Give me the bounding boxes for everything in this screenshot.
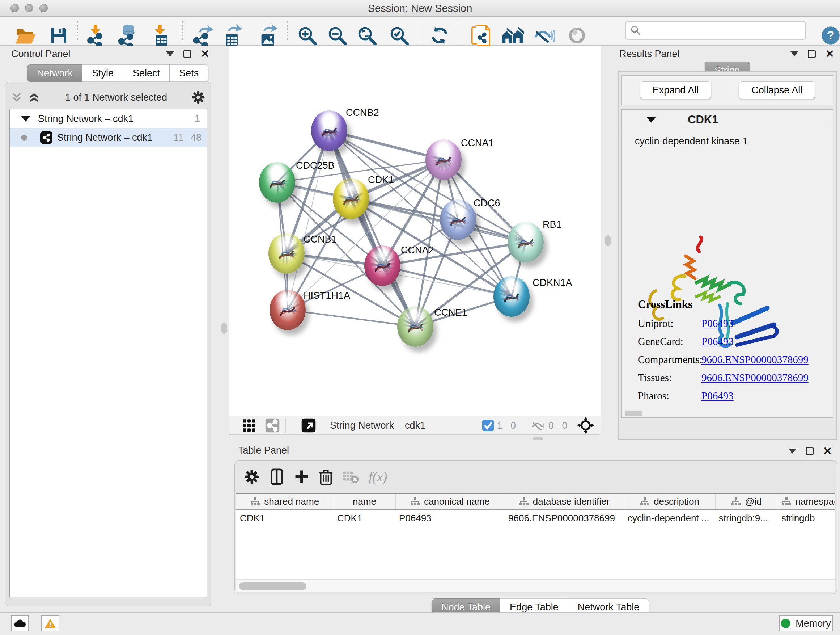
tab-style[interactable]: Style	[82, 65, 123, 82]
import-network-icon	[85, 24, 107, 47]
export-table-button[interactable]	[220, 23, 245, 48]
gear-icon[interactable]	[191, 90, 205, 104]
cdk1-section-header[interactable]: CDK1	[622, 110, 833, 130]
network-node-cdc6[interactable]	[440, 200, 476, 240]
apply-layout-button[interactable]	[427, 23, 452, 48]
memory-button[interactable]: Memory	[779, 616, 833, 631]
panel-float-icon[interactable]	[806, 447, 813, 455]
network-node-ccnb1[interactable]	[268, 233, 305, 274]
network-row[interactable]: String Network – cdk1 11 48	[10, 128, 207, 147]
network-edge[interactable]	[287, 310, 415, 326]
crosslink-link[interactable]: P06493	[701, 318, 734, 329]
export-image-button[interactable]	[256, 23, 280, 48]
export-network-button[interactable]	[190, 23, 215, 48]
tab-select[interactable]: Select	[123, 65, 170, 82]
expand-all-icon[interactable]	[28, 92, 41, 103]
column-header[interactable]: canonical name	[395, 494, 505, 510]
network-node-ccnb2[interactable]	[311, 111, 347, 151]
open-session-button[interactable]	[13, 23, 38, 48]
show-hide-glass-button[interactable]	[532, 23, 557, 48]
table-hscroll-thumb[interactable]	[239, 582, 306, 590]
collapse-all-icon[interactable]	[11, 92, 24, 103]
network-view-icon[interactable]	[265, 418, 280, 433]
network-canvas[interactable]: CCNB2 CCNA1 CDC25B	[229, 46, 601, 416]
splitter-handle[interactable]	[605, 235, 611, 246]
table-cell[interactable]: stringdb	[778, 510, 835, 526]
detach-view-icon[interactable]	[301, 418, 316, 433]
section-collapse-icon[interactable]	[646, 117, 656, 123]
network-node-rb1[interactable]	[508, 222, 544, 263]
panel-close-icon[interactable]: ✕	[201, 50, 210, 58]
panel-float-icon[interactable]	[808, 50, 816, 58]
crosslink-row: Compartments:9606.ENSP00000378699	[638, 354, 826, 366]
save-session-button[interactable]	[46, 23, 71, 48]
network-edge[interactable]	[287, 131, 329, 310]
import-network-file-button[interactable]	[84, 23, 108, 48]
panel-close-icon[interactable]: ✕	[825, 50, 834, 58]
network-node-hist1h1a[interactable]	[270, 290, 306, 330]
table-cell[interactable]: CDK1	[333, 510, 395, 526]
help-button[interactable]: ?	[818, 23, 840, 48]
table-cell[interactable]: P06493	[395, 510, 505, 526]
import-table-file-button[interactable]	[148, 23, 172, 48]
zoom-fit-button[interactable]	[355, 23, 379, 48]
column-header[interactable]: database identifier	[505, 494, 624, 510]
import-network-database-button[interactable]	[115, 23, 140, 48]
protein-thumbnail	[404, 316, 426, 339]
table-cell[interactable]: stringdb:9...	[715, 510, 778, 526]
show-columns-icon[interactable]	[269, 469, 285, 485]
column-header[interactable]: namespace	[778, 494, 835, 510]
table-settings-gear-icon[interactable]	[244, 469, 259, 485]
search-input[interactable]	[641, 25, 805, 36]
column-header[interactable]: @id	[715, 494, 778, 510]
network-from-clipboard-button[interactable]	[469, 23, 493, 48]
memory-label: Memory	[796, 618, 831, 629]
crosslink-link[interactable]: P06493	[701, 390, 734, 402]
node-label-ccnb1: CCNB1	[303, 234, 337, 245]
crosslink-link[interactable]: P06493	[701, 336, 734, 348]
network-collection-row[interactable]: String Network – cdk1 1	[10, 109, 207, 128]
node-label-ccna2: CCNA2	[401, 245, 434, 256]
crosslink-link[interactable]: 9606.ENSP00000378699	[701, 354, 808, 366]
column-header[interactable]: description	[624, 494, 715, 510]
cloud-status-button[interactable]	[11, 616, 29, 631]
tree-expand-icon[interactable]	[21, 116, 30, 122]
panel-minimize-icon[interactable]	[788, 448, 796, 454]
grid-mode-icon[interactable]	[242, 418, 256, 432]
table-cell[interactable]: cyclin-dependent ...	[624, 510, 715, 526]
collapse-all-button[interactable]: Collapse All	[739, 81, 815, 99]
status-bar: Memory	[0, 612, 840, 635]
network-node-ccna1[interactable]	[425, 139, 462, 180]
crosslinks-hscroll-thumb[interactable]	[625, 411, 642, 416]
table-cell[interactable]: CDK1	[236, 510, 333, 526]
zoom-out-button[interactable]	[325, 23, 349, 48]
table-hscrollbar[interactable]	[236, 579, 835, 592]
network-node-cdk1[interactable]	[333, 179, 369, 219]
column-header[interactable]: name	[333, 494, 395, 510]
expand-all-button[interactable]: Expand All	[640, 81, 712, 99]
splitter-handle[interactable]	[221, 323, 227, 334]
table-cell[interactable]: 9606.ENSP00000378699	[505, 510, 624, 526]
warnings-button[interactable]	[41, 616, 59, 631]
network-node-cdkn1a[interactable]	[493, 276, 530, 317]
network-node-ccne1[interactable]	[397, 306, 433, 347]
zoom-in-button[interactable]	[295, 23, 319, 48]
fit-selected-crosshair-icon[interactable]	[577, 417, 594, 434]
panel-minimize-icon[interactable]	[166, 51, 174, 57]
table-row[interactable]: CDK1CDK1P064939606.ENSP00000378699cyclin…	[236, 510, 835, 526]
network-edge[interactable]	[382, 266, 512, 296]
zoom-selected-button[interactable]	[387, 23, 411, 48]
create-column-plus-icon[interactable]	[294, 469, 309, 485]
network-node-ccna2[interactable]	[364, 245, 401, 286]
panel-close-icon[interactable]: ✕	[823, 447, 832, 455]
tab-network[interactable]: Network	[27, 65, 82, 82]
selected-checkbox-icon[interactable]	[482, 419, 494, 432]
crosslink-link[interactable]: 9606.ENSP00000378699	[701, 372, 808, 384]
delete-column-trash-icon[interactable]	[319, 469, 333, 485]
column-header[interactable]: shared name	[236, 494, 333, 510]
network-node-cdc25b[interactable]	[259, 162, 295, 203]
panel-minimize-icon[interactable]	[790, 51, 798, 57]
string-home-button[interactable]	[500, 23, 525, 48]
tab-sets[interactable]: Sets	[170, 65, 208, 82]
panel-float-icon[interactable]	[183, 50, 191, 58]
